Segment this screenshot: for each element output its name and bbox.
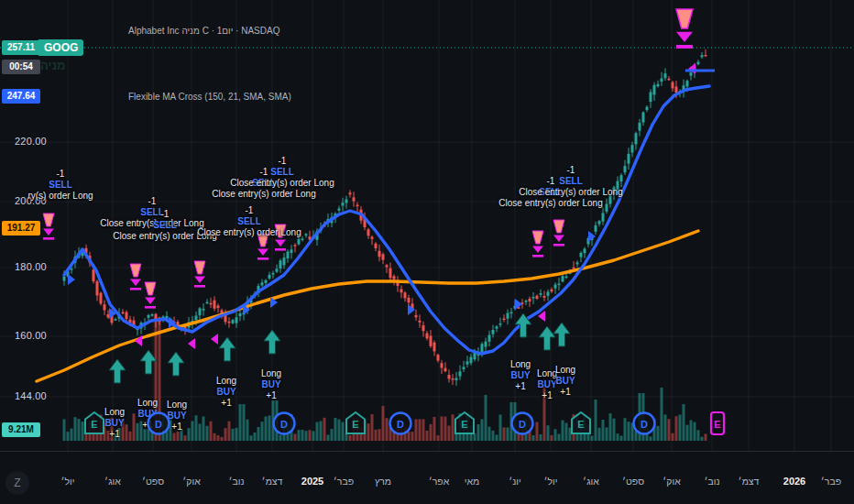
time-axis-tick[interactable]: פבר׳: [821, 476, 841, 487]
candle-body: [206, 302, 209, 304]
close-entry-label-line: -1: [100, 196, 203, 207]
volume-bar: [214, 433, 216, 441]
time-axis-tick[interactable]: 2025: [301, 476, 323, 487]
sell-signal-icon[interactable]: [532, 231, 543, 257]
volume-bar: [184, 435, 187, 441]
buy-signal-icon[interactable]: [109, 359, 126, 383]
volume-bar: [551, 435, 553, 441]
volume-bar: [320, 422, 323, 441]
dividend-icon[interactable]: D: [145, 410, 172, 437]
sell-signal-icon[interactable]: [676, 9, 693, 49]
earnings-marker[interactable]: E: [81, 410, 108, 437]
time-axis[interactable]: [0, 451, 854, 504]
candle-body: [203, 309, 205, 311]
dividend-icon[interactable]: D: [509, 410, 536, 437]
candle-body: [672, 82, 674, 89]
volume-bar: [661, 388, 663, 441]
time-axis-tick[interactable]: דצמ׳: [739, 476, 760, 487]
earnings-icon[interactable]: E: [451, 410, 478, 437]
price-axis-label[interactable]: 180.00: [15, 261, 59, 272]
close-entry-label-line: -1: [230, 156, 334, 167]
time-axis-tick[interactable]: אוג׳: [583, 476, 599, 487]
time-axis-tick[interactable]: אפר׳: [429, 476, 450, 487]
time-axis-tick[interactable]: מאי: [465, 476, 480, 487]
volume-bar: [686, 425, 689, 441]
dividend-marker[interactable]: D: [387, 410, 414, 437]
time-axis-tick[interactable]: אוק׳: [662, 476, 681, 487]
candle-body: [437, 355, 440, 360]
time-axis-tick[interactable]: אוג׳: [104, 476, 121, 487]
dividend-marker[interactable]: D: [270, 410, 298, 437]
earnings-marker[interactable]: E: [342, 410, 369, 437]
candle-body: [650, 93, 652, 103]
buy-signal-icon[interactable]: [539, 326, 555, 350]
buy-signal-icon[interactable]: [140, 350, 157, 374]
time-axis-tick[interactable]: ספט׳: [142, 476, 164, 487]
earnings-marker[interactable]: E: [704, 410, 731, 437]
candle-body: [452, 378, 454, 380]
earnings-marker[interactable]: E: [567, 410, 595, 437]
time-axis-tick[interactable]: 2026: [783, 476, 805, 487]
candle-body: [576, 262, 579, 264]
long-entry-label-line: BUY: [216, 387, 236, 398]
dividend-icon[interactable]: D: [630, 410, 658, 437]
sell-signal-icon[interactable]: [553, 220, 564, 247]
sell-signal-icon[interactable]: [130, 264, 141, 290]
buy-signal-icon[interactable]: [264, 330, 280, 354]
buy-signal-icon[interactable]: [168, 352, 184, 376]
dividend-icon[interactable]: D: [270, 410, 298, 437]
earnings-icon[interactable]: E: [567, 410, 595, 437]
price-axis-label[interactable]: 144.00: [15, 390, 59, 401]
candle-body: [301, 238, 304, 240]
time-axis-tick[interactable]: דצמ׳: [262, 476, 283, 487]
time-axis-tick[interactable]: יונ׳: [509, 476, 521, 487]
time-axis-tick[interactable]: ספט׳: [622, 476, 644, 487]
buy-signal-icon[interactable]: [553, 323, 570, 346]
earnings-icon[interactable]: E: [342, 410, 369, 437]
candle-body: [507, 313, 509, 319]
candle-body: [389, 268, 392, 279]
sell-signal-icon[interactable]: [145, 282, 156, 309]
indicator-title[interactable]: Flexible MA Cross (150, 21, SMA, SMA): [128, 92, 291, 102]
candle-body: [272, 273, 275, 275]
candle-body: [624, 166, 627, 172]
volume-bar: [664, 414, 667, 441]
buy-signal-icon[interactable]: [219, 337, 235, 361]
candle-body: [565, 277, 568, 279]
time-axis-tick[interactable]: אוק׳: [182, 476, 201, 487]
candle-body: [71, 268, 73, 270]
dividend-marker[interactable]: D: [630, 410, 658, 437]
time-axis-tick[interactable]: יול׳: [60, 476, 74, 487]
dividend-icon[interactable]: D: [387, 410, 414, 437]
candle-body: [265, 280, 268, 283]
candle-body: [543, 296, 546, 298]
dividend-marker[interactable]: D: [145, 410, 172, 437]
volume-bar: [602, 420, 605, 441]
volume-bar: [433, 417, 436, 441]
volume-bar: [203, 416, 205, 441]
candle-body: [430, 335, 432, 345]
sell-signal-icon[interactable]: [194, 261, 205, 288]
time-axis-tick[interactable]: יול׳: [543, 476, 557, 487]
earnings-marker[interactable]: E: [451, 410, 478, 437]
time-axis-tick[interactable]: מרץ: [375, 476, 391, 487]
time-axis-tick[interactable]: נוב׳: [704, 476, 719, 487]
volume-bar: [67, 432, 70, 441]
time-axis-tick[interactable]: פבר׳: [334, 476, 354, 487]
symbol-title[interactable]: Alphabet Inc מניה C · 1יום · NASDAQ: [128, 26, 279, 36]
cross-down-triangle-icon: [211, 334, 218, 345]
candle-body: [705, 55, 707, 57]
volume-bar: [228, 422, 231, 441]
close-entry-label-line: SELL: [230, 167, 334, 178]
price-axis-label[interactable]: 220.00: [15, 136, 59, 147]
sell-signal-icon[interactable]: [43, 214, 54, 240]
price-axis-label[interactable]: 160.00: [15, 330, 59, 341]
volume-bar: [195, 415, 198, 441]
volume-bar: [126, 424, 128, 441]
time-axis-tick[interactable]: נוב׳: [228, 476, 244, 487]
candle-body: [268, 275, 271, 279]
dividend-marker[interactable]: D: [509, 410, 536, 437]
earnings-icon[interactable]: E: [81, 410, 108, 437]
earnings-icon[interactable]: E: [704, 410, 731, 437]
candle-body: [551, 290, 553, 291]
